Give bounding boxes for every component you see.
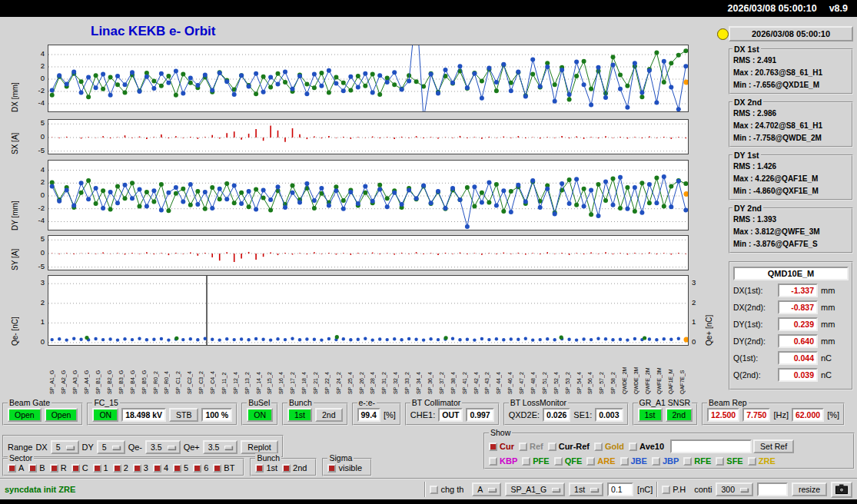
topbar-version: v8.9 <box>829 3 848 14</box>
checkbox-cur[interactable]: Cur <box>489 442 514 451</box>
checkbox-5[interactable]: 5 <box>173 463 188 472</box>
monitor-row-value: -1.337 <box>778 284 818 297</box>
fc15-stb-button[interactable]: STB <box>169 408 198 422</box>
checkbox-2[interactable]: 2 <box>113 463 128 472</box>
busel-on-button[interactable]: ON <box>247 408 273 422</box>
monitor-row-unit: nC <box>821 370 832 380</box>
y-tick-label: 0 <box>41 132 45 141</box>
show-row-1: CurRefCur-RefGoldAve10 Set Ref <box>489 439 794 453</box>
checkbox-label: QFE <box>565 456 583 466</box>
gr-snsr-2nd-button[interactable]: 2nd <box>666 408 693 422</box>
fc15-panel: FC_15 ON 18.498 kV STB 100 % <box>87 403 238 426</box>
charge-chart[interactable] <box>48 275 689 346</box>
chg-th-checkbox[interactable]: chg th <box>430 485 463 494</box>
checkbox-label: Ref <box>530 442 543 451</box>
ee-ratio-panel: e-:e- 99.4 [%] <box>352 403 401 426</box>
replot-button[interactable]: Replot <box>241 440 277 454</box>
checkbox-1st[interactable]: 1st <box>255 463 277 472</box>
checkbox-ref[interactable]: Ref <box>519 442 543 451</box>
range-qe-minus-label: Qe- <box>128 443 142 452</box>
bunch-select-panel: Bunch 1st 2nd <box>282 403 348 426</box>
x-axis-label: SP_17_2 <box>290 348 295 394</box>
resize-button[interactable]: resize <box>792 482 827 496</box>
checkbox-jbe[interactable]: JBE <box>620 456 647 466</box>
snapshot-button[interactable] <box>831 482 852 498</box>
dy-chart[interactable] <box>48 160 689 230</box>
monitor-name[interactable]: QMD10E_M <box>733 267 849 280</box>
checkbox-gold[interactable]: Gold <box>594 442 624 451</box>
checkbox-cur-ref[interactable]: Cur-Ref <box>548 442 590 451</box>
separator <box>656 482 658 497</box>
checkbox-c[interactable]: C <box>71 463 88 472</box>
checkbox-b[interactable]: B <box>28 463 45 472</box>
checkbox-4[interactable]: 4 <box>153 463 168 472</box>
checkbox-6[interactable]: 6 <box>193 463 208 472</box>
x-axis-label: SP_16_4 <box>278 348 284 394</box>
x-axis-label: SP_31_2 <box>381 348 387 394</box>
ee-ratio-unit: [%] <box>384 410 396 419</box>
checkbox-sfe[interactable]: SFE <box>716 456 742 466</box>
checkbox-pfe[interactable]: PFE <box>522 456 549 466</box>
set-ref-button[interactable]: Set Ref <box>753 439 794 453</box>
dx-axis-ticks: 420-2-4 <box>26 45 46 112</box>
beam-gate-open-button-1[interactable]: Open <box>8 408 42 422</box>
monitor-row-unit: mm <box>821 286 835 295</box>
checkbox-3[interactable]: 3 <box>133 463 148 472</box>
checkbox-indicator <box>548 443 556 451</box>
ph-checkbox[interactable]: P.H <box>662 485 686 494</box>
interval-dropdown[interactable]: 300 <box>716 482 753 496</box>
range-dy-label: DY <box>82 443 94 452</box>
checkbox-zre[interactable]: ZRE <box>748 456 776 466</box>
monitor-dropdown[interactable]: SP_A1_G <box>505 482 565 496</box>
checkbox-kbp[interactable]: KBP <box>489 456 517 466</box>
bunch-2nd-button[interactable]: 2nd <box>315 408 343 422</box>
bunch-dropdown[interactable]: 1st <box>569 482 603 496</box>
sector-checkboxes: ABRC123456BT <box>8 463 239 472</box>
checkbox-bt[interactable]: BT <box>213 463 234 472</box>
range-dy-dropdown[interactable]: 5 <box>97 440 125 454</box>
monitor-row-unit: mm <box>821 337 835 346</box>
stat-title: DX 2nd <box>732 98 763 107</box>
checkbox-rfe[interactable]: RFE <box>683 456 711 466</box>
threshold-input[interactable] <box>607 482 633 496</box>
x-axis-label: SP_41_2 <box>462 348 467 394</box>
monitor-row: Q(2nd): 0.039 nC <box>733 368 849 382</box>
checkbox-visible[interactable]: visible <box>327 463 362 472</box>
gr-snsr-1st-button[interactable]: 1st <box>638 408 663 422</box>
che1-value: 0.997 <box>466 408 493 422</box>
sx-chart[interactable] <box>48 119 689 154</box>
checkbox-label: ZRE <box>759 456 776 466</box>
dropdown-indicator <box>224 446 232 449</box>
ref-name-input[interactable] <box>670 439 752 453</box>
checkbox-a[interactable]: A <box>8 463 24 472</box>
checkbox-indicator <box>153 464 161 472</box>
checkbox-ave10[interactable]: Ave10 <box>629 442 664 451</box>
sector-dropdown[interactable]: A <box>472 482 501 496</box>
dx-chart[interactable] <box>48 45 689 112</box>
bunch-1st-button[interactable]: 1st <box>287 408 312 422</box>
q-right-axis-ticks: 3210 <box>691 275 705 346</box>
x-axis-label: QWDE_3M <box>633 348 639 394</box>
x-axis-label: SP_13_2 <box>244 348 250 394</box>
stat-max: Max : 20.763@S8_61_H1 <box>733 67 849 79</box>
sx-axis-ticks: 50-5 <box>26 119 46 154</box>
checkbox-1[interactable]: 1 <box>93 463 108 472</box>
range-qe-minus-dropdown[interactable]: 3.5 <box>145 440 181 454</box>
checkbox-r[interactable]: R <box>50 463 67 472</box>
checkbox-are[interactable]: ARE <box>586 456 615 466</box>
x-axis-label: SP_36_4 <box>427 348 433 394</box>
beam-gate-open-button-2[interactable]: Open <box>45 408 78 422</box>
extra-input[interactable] <box>757 482 788 496</box>
sy-chart[interactable] <box>48 235 689 270</box>
fc15-on-button[interactable]: ON <box>92 408 118 422</box>
qxd2e-value: 0.026 <box>543 408 570 422</box>
checkbox-2nd[interactable]: 2nd <box>282 463 307 472</box>
range-dx-dropdown[interactable]: 5 <box>51 440 79 454</box>
checkbox-indicator <box>748 457 756 466</box>
x-axis-label: SP_53_2 <box>565 348 570 394</box>
y-tick-label: -5 <box>38 146 45 154</box>
dx-axis-label: DX [mm] <box>11 45 19 112</box>
range-qe-plus-dropdown[interactable]: 3.5 <box>203 440 238 454</box>
checkbox-qfe[interactable]: QFE <box>554 456 583 466</box>
checkbox-jbp[interactable]: JBP <box>652 456 679 466</box>
